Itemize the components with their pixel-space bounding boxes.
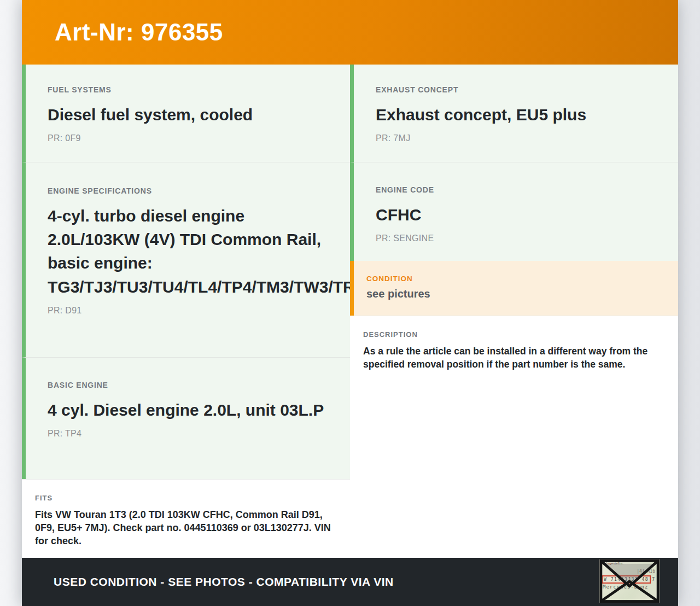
fuel-systems-label: FUEL SYSTEMS — [48, 85, 334, 94]
fits-section: FITS Fits VW Touran 1T3 (2.0 TDI 103KW C… — [22, 479, 350, 558]
left-column: FUEL SYSTEMS Diesel fuel system, cooled … — [22, 65, 350, 558]
fuel-systems-title: Diesel fuel system, cooled — [48, 103, 334, 126]
footer-banner: USED CONDITION - SEE PHOTOS - COMPATIBIL… — [22, 558, 678, 606]
engine-code-label: ENGINE CODE — [376, 185, 662, 194]
card-exhaust-concept: EXHAUST CONCEPT Exhaust concept, EU5 plu… — [350, 65, 678, 162]
card-condition: CONDITION see pictures — [350, 261, 678, 316]
card-basic-engine: BASIC ENGINE 4 cyl. Diesel engine 2.0L, … — [22, 357, 350, 479]
fits-text: Fits VW Touran 1T3 (2.0 TDI 103KW CFHC, … — [35, 508, 334, 547]
description-section: DESCRIPTION As a rule the article can be… — [350, 316, 678, 558]
basic-engine-pr-code: PR: TP4 — [48, 429, 334, 439]
vin-document-thumbnail: Fahrgestellnr. |4| A16 W 71463J31 48 7 M… — [599, 559, 660, 603]
envelope-icon — [599, 560, 660, 603]
fits-label: FITS — [35, 494, 334, 502]
right-column: EXHAUST CONCEPT Exhaust concept, EU5 plu… — [350, 65, 678, 558]
engine-code-title: CFHC — [376, 203, 662, 226]
basic-engine-label: BASIC ENGINE — [48, 381, 334, 389]
article-number-title: Art-Nr: 976355 — [55, 19, 223, 46]
exhaust-concept-pr-code: PR: 7MJ — [376, 133, 662, 143]
basic-engine-title: 4 cyl. Diesel engine 2.0L, unit 03L.P — [48, 398, 334, 422]
fuel-systems-pr-code: PR: 0F9 — [48, 133, 334, 143]
card-fuel-systems: FUEL SYSTEMS Diesel fuel system, cooled … — [22, 65, 350, 162]
exhaust-concept-title: Exhaust concept, EU5 plus — [376, 103, 662, 126]
footer-condition-text: USED CONDITION - SEE PHOTOS - COMPATIBIL… — [54, 575, 394, 588]
listing-page: Art-Nr: 976355 FUEL SYSTEMS Diesel fuel … — [22, 0, 678, 606]
main-content: FUEL SYSTEMS Diesel fuel system, cooled … — [22, 65, 678, 558]
condition-value: see pictures — [366, 288, 662, 300]
engine-specifications-label: ENGINE SPECIFICATIONS — [48, 187, 334, 195]
description-label: DESCRIPTION — [363, 330, 662, 339]
condition-label: CONDITION — [366, 275, 662, 283]
exhaust-concept-label: EXHAUST CONCEPT — [376, 85, 662, 94]
page-header: Art-Nr: 976355 — [22, 0, 678, 65]
card-engine-code: ENGINE CODE CFHC PR: SENGINE — [350, 162, 678, 261]
engine-specifications-title: 4-cyl. turbo diesel engine 2.0L/103KW (4… — [48, 204, 334, 299]
card-engine-specifications: ENGINE SPECIFICATIONS 4-cyl. turbo diese… — [22, 162, 350, 357]
description-text: As a rule the article can be installed i… — [363, 345, 649, 371]
engine-code-pr-code: PR: SENGINE — [376, 234, 662, 243]
engine-specifications-pr-code: PR: D91 — [48, 306, 334, 316]
